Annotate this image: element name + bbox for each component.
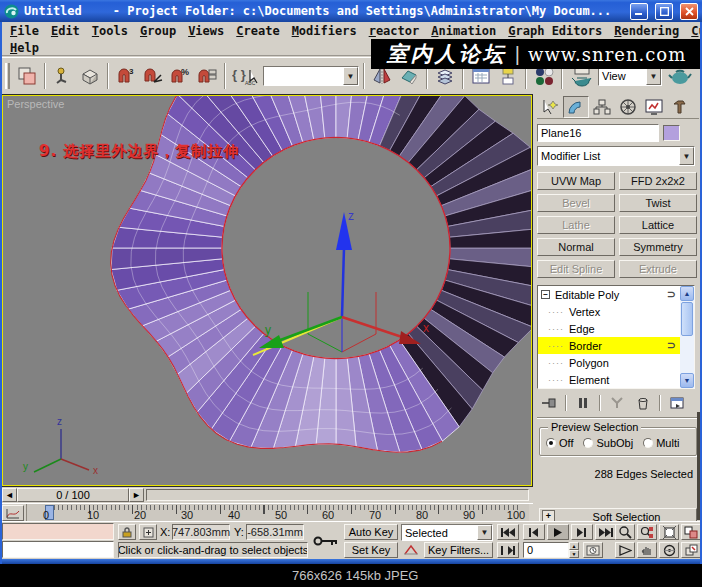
menu-rendering[interactable]: Rendering: [608, 24, 685, 38]
menu-animation[interactable]: Animation: [425, 24, 502, 38]
menu-views[interactable]: Views: [182, 24, 230, 38]
stack-scrollbar[interactable]: ▲ ▼: [680, 286, 694, 388]
scroll-down-icon[interactable]: ▼: [680, 373, 694, 388]
maxscript-listener-pink[interactable]: [2, 523, 114, 540]
play-button[interactable]: [547, 524, 569, 540]
frame-spinner[interactable]: ▲▼: [569, 542, 579, 558]
radio-dot[interactable]: [643, 438, 653, 448]
track-bar-ruler[interactable]: 0102030405060708090100: [26, 504, 529, 522]
chevron-down-icon[interactable]: ▼: [646, 67, 661, 85]
frame-forward-button[interactable]: ►: [129, 488, 144, 502]
perspective-viewport[interactable]: Perspective 9. 选择里外边界，复制拉伸 z y x z y x: [2, 95, 532, 486]
maxscript-listener-white[interactable]: [2, 541, 114, 558]
percent-snap-icon[interactable]: %: [167, 62, 193, 90]
tab-utilities[interactable]: [667, 96, 693, 118]
zoom-all-icon[interactable]: [637, 524, 657, 540]
menu-group[interactable]: Group: [134, 24, 182, 38]
tab-display[interactable]: [641, 96, 667, 118]
chevron-down-icon[interactable]: ▼: [343, 67, 358, 85]
lattice-button[interactable]: Lattice: [619, 216, 697, 234]
tab-modify[interactable]: [563, 96, 589, 118]
radio-dot[interactable]: [583, 438, 593, 448]
gizmo-x-arrow[interactable]: [399, 331, 421, 344]
absolute-mode-icon[interactable]: [139, 524, 157, 540]
remove-modifier-icon[interactable]: [631, 394, 655, 413]
minimize-button[interactable]: [630, 3, 648, 20]
configure-modifier-sets-icon[interactable]: [665, 394, 689, 413]
y-coordinate-field[interactable]: -658.31mm: [246, 524, 304, 540]
set-keys-icon[interactable]: [312, 524, 340, 558]
twist-button[interactable]: Twist: [619, 194, 697, 212]
current-frame-field[interactable]: 0 ▲▼: [523, 542, 579, 558]
viewport-label[interactable]: Perspective: [7, 98, 64, 110]
menu-graph-editors[interactable]: Graph Editors: [502, 24, 608, 38]
object-color-swatch[interactable]: [663, 125, 680, 141]
modifier-list-dropdown[interactable]: Modifier List ▼: [537, 146, 695, 166]
ffd-2x2x2-button[interactable]: FFD 2x2x2: [619, 172, 697, 190]
object-name-field[interactable]: Plane16: [537, 124, 659, 142]
x-coordinate-field[interactable]: 747.803mm: [172, 524, 230, 540]
toolbar-grip[interactable]: [5, 63, 10, 89]
radio-dot[interactable]: [546, 438, 556, 448]
field-of-view-icon[interactable]: [615, 542, 635, 558]
normal-button[interactable]: Normal: [537, 238, 615, 256]
time-slider-handle[interactable]: 0 / 100: [17, 488, 129, 502]
zoom-extents-all-icon[interactable]: [681, 524, 701, 540]
default-in-out-tangent-icon[interactable]: [401, 542, 421, 558]
go-to-start-icon[interactable]: [497, 524, 519, 540]
symmetry-button[interactable]: Symmetry: [619, 238, 697, 256]
unlink-selection-icon[interactable]: [77, 62, 103, 90]
stack-row-border[interactable]: ····Border⊃: [538, 337, 694, 354]
radio-off[interactable]: Off: [546, 437, 573, 449]
selection-lock-icon[interactable]: [118, 524, 136, 540]
window-crossing-icon[interactable]: [14, 62, 40, 90]
selection-filter-dropdown[interactable]: Selected ▼: [401, 524, 493, 541]
gizmo-y-arrow[interactable]: [259, 335, 284, 348]
menu-help[interactable]: Help: [4, 41, 45, 55]
maximize-button[interactable]: [655, 3, 673, 20]
uvw-map-button[interactable]: UVW Map: [537, 172, 615, 190]
tab-create[interactable]: [537, 96, 563, 118]
menu-create[interactable]: Create: [230, 24, 285, 38]
stack-row-element[interactable]: ····Element: [538, 371, 694, 388]
chevron-down-icon[interactable]: ▼: [477, 525, 492, 540]
spinner-snap-icon[interactable]: [194, 62, 220, 90]
maximize-viewport-toggle-icon[interactable]: [681, 542, 701, 558]
time-slider-track[interactable]: [146, 489, 529, 501]
menu-edit[interactable]: Edit: [45, 24, 86, 38]
pin-stack-icon[interactable]: [537, 394, 561, 413]
stack-row-editable-poly[interactable]: − Editable Poly ⊃: [538, 286, 694, 303]
select-and-link-icon[interactable]: [50, 62, 76, 90]
next-frame-icon[interactable]: [571, 524, 593, 540]
chevron-down-icon[interactable]: ▼: [679, 147, 694, 165]
collapse-icon[interactable]: −: [541, 290, 550, 299]
tab-hierarchy[interactable]: [589, 96, 615, 118]
radio-subobj[interactable]: SubObj: [583, 437, 633, 449]
tab-motion[interactable]: [615, 96, 641, 118]
time-configuration-icon[interactable]: [583, 542, 603, 558]
angle-snap-icon[interactable]: [140, 62, 166, 90]
key-filters-button[interactable]: Key Filters...: [424, 542, 493, 558]
go-to-end-icon[interactable]: [595, 524, 617, 540]
previous-frame-icon[interactable]: [523, 524, 545, 540]
snap-toggle-3d-icon[interactable]: 3: [113, 62, 139, 90]
menu-reactor[interactable]: reactor: [363, 24, 426, 38]
named-selection-icon[interactable]: { }ABC: [230, 62, 262, 90]
close-button[interactable]: [680, 3, 698, 20]
zoom-extents-icon[interactable]: [659, 524, 679, 540]
menu-tools[interactable]: Tools: [86, 24, 134, 38]
view-dropdown[interactable]: View ▼: [598, 66, 662, 86]
menu-file[interactable]: File: [4, 24, 45, 38]
make-unique-icon[interactable]: [605, 394, 629, 413]
menu-modifiers[interactable]: Modifiers: [286, 24, 363, 38]
scroll-thumb[interactable]: [681, 302, 693, 336]
stack-row-vertex[interactable]: ····Vertex: [538, 303, 694, 320]
radio-multi[interactable]: Multi: [643, 437, 679, 449]
frame-value[interactable]: 0: [523, 542, 569, 558]
scroll-up-icon[interactable]: ▲: [680, 286, 694, 301]
mini-curve-editor-icon[interactable]: [2, 505, 24, 521]
auto-key-button[interactable]: Auto Key: [344, 524, 398, 540]
show-end-result-icon[interactable]: [571, 394, 595, 413]
set-key-button[interactable]: Set Key: [344, 542, 398, 558]
stack-row-polygon[interactable]: ····Polygon: [538, 354, 694, 371]
